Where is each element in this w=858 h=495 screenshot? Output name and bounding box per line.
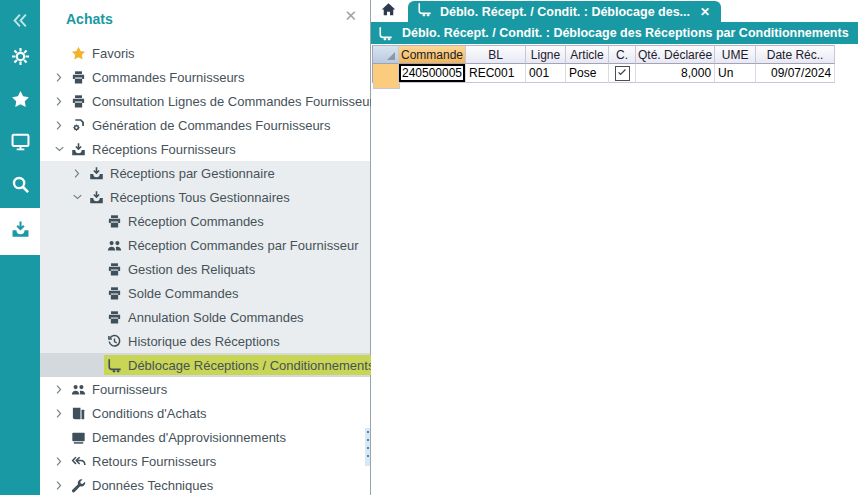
home-icon: [381, 2, 396, 21]
menu-item[interactable]: Consultation Lignes de Commandes Fournis…: [40, 89, 370, 113]
column-header-c[interactable]: C.: [609, 45, 636, 64]
cell-ume[interactable]: Un: [715, 64, 756, 83]
rail-item-search[interactable]: [0, 174, 40, 198]
column-header-ume[interactable]: UME: [715, 45, 756, 64]
chevron-right-icon[interactable]: [50, 480, 68, 491]
menu-item[interactable]: Réceptions Tous Gestionnaires: [40, 185, 370, 209]
chevron-right-icon[interactable]: [50, 120, 68, 131]
rail-item-workstation[interactable]: [0, 131, 40, 155]
close-tab-icon[interactable]: ✕: [700, 5, 710, 19]
menu-item[interactable]: Réceptions par Gestionnaire: [40, 161, 370, 185]
rail-item-receptions[interactable]: [0, 208, 40, 255]
check-icon: [617, 66, 627, 80]
sidebar-resize-handle[interactable]: [365, 428, 370, 466]
printer-icon: [106, 261, 123, 277]
menu-item[interactable]: Solde Commandes: [40, 281, 370, 305]
menu-item[interactable]: Données Techniques: [40, 473, 370, 495]
cell-bl[interactable]: REC001: [466, 64, 526, 83]
menu-item[interactable]: Favoris: [40, 41, 370, 65]
printer-icon: [106, 285, 123, 301]
menu-item-label: Annulation Solde Commandes: [128, 310, 304, 325]
receptions-grid: CommandeBLLigneArticleC.Qté. DéclaréeUME…: [372, 45, 835, 83]
active-cell[interactable]: 240500005: [399, 64, 465, 82]
rail-item-favorites[interactable]: [0, 89, 40, 113]
menu-item[interactable]: Réception Commandes par Fournisseur: [40, 233, 370, 257]
menu-item[interactable]: Génération de Commandes Fournisseurs: [40, 113, 370, 137]
printer-icon: [106, 309, 123, 325]
sidebar-panel: Achats ✕ FavorisCommandes FournisseursCo…: [40, 0, 371, 495]
rail-item-settings[interactable]: [0, 46, 40, 70]
tab-deblocage-receptions[interactable]: Déblo. Récept. / Condit. : Déblocage des…: [408, 1, 721, 22]
chevron-right-icon[interactable]: [50, 96, 68, 107]
tab-bar: Déblo. Récept. / Condit. : Déblocage des…: [371, 0, 858, 22]
chevron-right-icon[interactable]: [50, 384, 68, 395]
menu-item[interactable]: Retours Fournisseurs: [40, 449, 370, 473]
chevron-right-icon[interactable]: [68, 168, 86, 179]
card-icon: [70, 429, 87, 445]
collapse-sidebar-button[interactable]: [0, 8, 40, 32]
close-icon[interactable]: ✕: [344, 8, 357, 23]
menu-item[interactable]: Commandes Fournisseurs: [40, 65, 370, 89]
menu-item[interactable]: Demandes d'Approvisionnements: [40, 425, 370, 449]
menu-item-label: Données Techniques: [92, 478, 213, 493]
book-icon: [70, 405, 87, 421]
printer-icon: [70, 93, 87, 109]
cell-article[interactable]: Pose: [566, 64, 609, 83]
view-title: Déblo. Récept. / Condit. : Déblocage des…: [402, 26, 849, 40]
cart-icon: [378, 26, 393, 41]
menu-item-label: Fournisseurs: [92, 382, 167, 397]
column-header-qte[interactable]: Qté. Déclarée: [636, 45, 715, 64]
menu-item-label: Historique des Réceptions: [128, 334, 280, 349]
column-header-article[interactable]: Article: [566, 45, 609, 64]
view-title-bar: Déblo. Récept. / Condit. : Déblocage des…: [371, 22, 858, 44]
menu-item[interactable]: Réceptions Fournisseurs: [40, 137, 370, 161]
column-header-ligne[interactable]: Ligne: [526, 45, 566, 64]
chevron-right-icon[interactable]: [50, 456, 68, 467]
menu-item-label: Déblocage Réceptions / Conditionnements: [128, 358, 374, 373]
cell-c[interactable]: [609, 64, 636, 83]
search-icon: [11, 175, 30, 198]
download-icon: [70, 141, 87, 157]
gear-doc-icon: [70, 117, 87, 133]
menu-item-label: Conditions d'Achats: [92, 406, 207, 421]
conditionnement-checkbox[interactable]: [615, 66, 630, 81]
tab-label: Déblo. Récept. / Condit. : Déblocage des…: [440, 5, 690, 19]
column-header-date[interactable]: Date Réc..: [756, 45, 835, 64]
menu-item-label: Favoris: [92, 46, 135, 61]
menu-item[interactable]: Déblocage Réceptions / Conditionnements: [40, 353, 370, 377]
menu-item[interactable]: Réception Commandes: [40, 209, 370, 233]
star-favorite-icon: [70, 45, 87, 61]
menu-item-label: Retours Fournisseurs: [92, 454, 216, 469]
menu-item[interactable]: Gestion des Reliquats: [40, 257, 370, 281]
menu-item-label: Génération de Commandes Fournisseurs: [92, 118, 330, 133]
chevron-down-icon[interactable]: [50, 144, 68, 155]
table-row: 240500005REC001001Pose8,000Un09/07/2024: [372, 64, 835, 83]
download-icon: [11, 220, 30, 243]
select-all-corner-cell[interactable]: [372, 45, 399, 64]
column-header-bl[interactable]: BL: [466, 45, 526, 64]
home-tab[interactable]: [373, 1, 404, 22]
printer-icon: [106, 213, 123, 229]
menu-item[interactable]: Annulation Solde Commandes: [40, 305, 370, 329]
menu-item[interactable]: Fournisseurs: [40, 377, 370, 401]
cell-ligne[interactable]: 001: [526, 64, 566, 83]
sidebar-title: Achats: [66, 11, 113, 27]
sidebar-header: Achats ✕: [40, 0, 370, 40]
menu-item[interactable]: Historique des Réceptions: [40, 329, 370, 353]
menu-item[interactable]: Conditions d'Achats: [40, 401, 370, 425]
chevron-right-icon[interactable]: [50, 72, 68, 83]
menu-item-label: Réceptions Tous Gestionnaires: [110, 190, 290, 205]
menu-item-label: Réception Commandes par Fournisseur: [128, 238, 359, 253]
gear-icon: [11, 47, 30, 70]
menu-item-label: Réceptions par Gestionnaire: [110, 166, 275, 181]
chevron-right-icon[interactable]: [50, 408, 68, 419]
row-selector-cell[interactable]: [372, 64, 399, 83]
column-header-commande[interactable]: Commande: [399, 45, 466, 64]
people-icon: [106, 237, 123, 253]
wrench-icon: [70, 477, 87, 493]
download-icon: [88, 165, 105, 181]
cell-date[interactable]: 09/07/2024: [756, 64, 835, 83]
cell-qte[interactable]: 8,000: [636, 64, 715, 83]
cell-commande[interactable]: 240500005: [399, 64, 466, 83]
chevron-down-icon[interactable]: [68, 192, 86, 203]
